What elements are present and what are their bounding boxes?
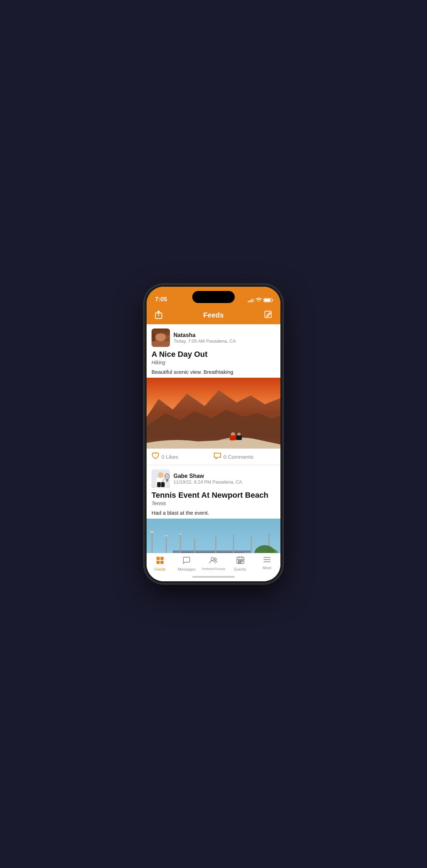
svg-rect-24 (166, 536, 167, 553)
svg-rect-59 (242, 560, 243, 561)
tab-feeds-label: Feeds (155, 567, 166, 571)
phone-screen: 7:05 (147, 287, 280, 581)
svg-rect-47 (156, 557, 160, 560)
svg-rect-61 (240, 562, 241, 563)
svg-point-51 (211, 558, 214, 560)
phone-frame: 7:05 (144, 285, 283, 583)
tab-events[interactable]: Events (227, 556, 254, 571)
svg-rect-49 (156, 561, 160, 564)
dynamic-island (192, 291, 235, 303)
status-time: 7:05 (155, 296, 167, 303)
svg-rect-5 (230, 435, 236, 440)
svg-rect-33 (179, 533, 182, 535)
post-1-like-button[interactable]: 0 Likes (152, 452, 214, 461)
feeds-icon (156, 556, 164, 566)
post-1-header: Natasha Today, 7:05 AM Pasadena, CA (147, 324, 280, 350)
post-2-description: Had a blast at the event. (147, 508, 280, 519)
messages-icon (182, 556, 191, 566)
signal-icon (248, 298, 254, 302)
post-1-comment-button[interactable]: 0 Comments (214, 452, 275, 461)
svg-rect-50 (160, 561, 164, 564)
post-1: Natasha Today, 7:05 AM Pasadena, CA A Ni… (147, 324, 280, 465)
svg-rect-8 (236, 435, 242, 440)
tab-partners-label: Partners/Groups (202, 567, 225, 571)
tab-messages-label: Messages (178, 567, 195, 571)
svg-rect-25 (180, 535, 181, 553)
post-2-date: 11/19/22, 8:24 PM Pasadena, CA (173, 479, 242, 485)
post-2-header: Gabe Shaw 11/19/22, 8:24 PM Pasadena, CA (147, 465, 280, 491)
svg-rect-22 (152, 533, 153, 553)
wifi-icon (256, 297, 262, 303)
post-2-meta: Gabe Shaw 11/19/22, 8:24 PM Pasadena, CA (173, 473, 242, 485)
nav-title: Feeds (203, 311, 224, 319)
svg-point-10 (158, 472, 164, 478)
partners-icon (209, 556, 218, 566)
tab-feeds[interactable]: Feeds (147, 556, 173, 571)
svg-rect-29 (251, 536, 252, 553)
svg-rect-27 (215, 536, 216, 553)
tab-more[interactable]: More (254, 556, 280, 570)
svg-rect-58 (240, 560, 241, 561)
nav-bar: Feeds (147, 306, 280, 324)
heart-icon (152, 452, 159, 461)
svg-rect-26 (194, 538, 195, 553)
post-1-category: Hiking (147, 360, 280, 367)
share-button[interactable] (154, 310, 164, 320)
post-1-date: Today, 7:05 AM Pasadena, CA (173, 338, 236, 344)
edit-button[interactable] (263, 310, 273, 320)
post-1-description: Beautiful scenic view. Breathtaking (147, 367, 280, 378)
post-2: Gabe Shaw 11/19/22, 8:24 PM Pasadena, CA… (147, 465, 280, 553)
post-1-title: A Nice Day Out (147, 350, 280, 360)
events-icon (236, 556, 245, 566)
home-indicator (192, 576, 235, 578)
status-icons (248, 297, 272, 303)
post-2-category: Tennis (147, 501, 280, 508)
svg-rect-18 (161, 482, 165, 487)
svg-rect-60 (238, 562, 239, 563)
post-1-comments-label: 0 Comments (223, 454, 254, 460)
post-1-avatar[interactable] (152, 329, 170, 347)
comment-icon (214, 452, 221, 461)
post-1-image[interactable] (147, 378, 280, 449)
tab-more-label: More (263, 566, 272, 570)
tab-events-label: Events (234, 567, 246, 571)
svg-rect-16 (166, 479, 168, 482)
post-1-likes-label: 0 Likes (161, 454, 178, 460)
post-1-actions: 0 Likes 0 Comments (147, 449, 280, 465)
svg-point-52 (214, 558, 216, 560)
tab-messages[interactable]: Messages (173, 556, 200, 571)
post-1-author: Natasha (173, 332, 236, 338)
tab-partners[interactable]: Partners/Groups (200, 556, 227, 571)
post-2-avatar[interactable] (152, 469, 170, 488)
more-icon (263, 556, 271, 565)
svg-rect-31 (150, 531, 154, 533)
post-2-image[interactable] (147, 519, 280, 553)
svg-rect-48 (160, 557, 164, 560)
feed-list: Natasha Today, 7:05 AM Pasadena, CA A Ni… (147, 324, 280, 553)
post-2-title: Tennis Event At Newport Beach (147, 491, 280, 501)
svg-rect-17 (157, 482, 161, 487)
svg-rect-57 (238, 560, 239, 561)
svg-rect-28 (233, 535, 234, 553)
post-1-meta: Natasha Today, 7:05 AM Pasadena, CA (173, 332, 236, 344)
battery-icon (263, 298, 272, 302)
post-2-author: Gabe Shaw (173, 473, 242, 479)
svg-rect-32 (165, 535, 168, 536)
